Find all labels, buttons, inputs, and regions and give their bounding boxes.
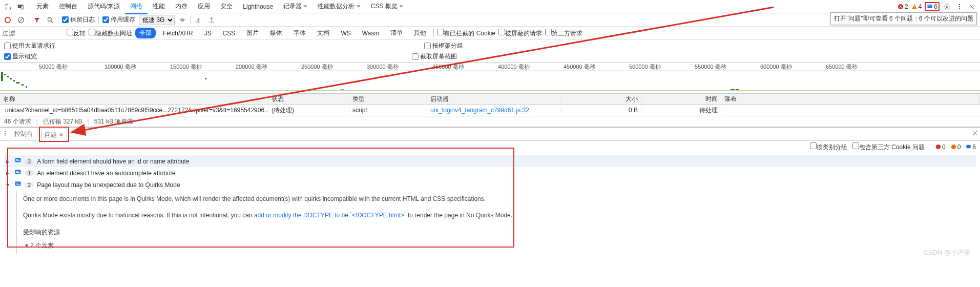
svg-point-7 xyxy=(946,6,948,8)
doctype-help-link[interactable]: add or modify the DOCTYPE to be `<!DOCTY… xyxy=(254,212,406,219)
filter-input[interactable] xyxy=(2,29,64,37)
request-status: (待处理) xyxy=(268,106,349,115)
record-button[interactable] xyxy=(2,14,13,26)
more-icon[interactable] xyxy=(953,1,966,13)
filter-type-all[interactable]: 全部 xyxy=(135,28,156,38)
tab-css-overview[interactable]: CSS 概览 xyxy=(366,0,408,13)
tab-network[interactable]: 网络 xyxy=(125,0,148,14)
filter-type-img[interactable]: 图片 xyxy=(242,28,263,38)
issues-panel: ▸ 3 A form field element should have an … xyxy=(0,153,980,262)
network-conditions-icon[interactable] xyxy=(177,14,188,26)
header-name[interactable]: 名称 xyxy=(0,95,268,104)
close-devtools-icon[interactable] xyxy=(966,1,978,13)
expand-arrow-icon[interactable]: ▸ xyxy=(6,158,11,165)
issue-row[interactable]: ▸ 3 A form field element should have an … xyxy=(4,155,976,167)
filter-type-doc[interactable]: 文档 xyxy=(313,28,333,38)
issue-row[interactable]: ▸ 1 An element doesn't have an autocompl… xyxy=(4,167,976,179)
tab-application[interactable]: 应用 xyxy=(193,0,215,13)
clear-button[interactable] xyxy=(15,14,27,26)
import-har-icon[interactable] xyxy=(193,14,204,26)
filter-type-css[interactable]: CSS xyxy=(219,29,240,38)
export-har-icon[interactable] xyxy=(206,14,217,26)
filter-type-fetch[interactable]: Fetch/XHR xyxy=(159,29,197,38)
issues-info-count: 6 xyxy=(966,144,976,151)
throttle-select[interactable]: 低速 3G xyxy=(139,15,175,25)
drawer-close-icon[interactable] xyxy=(972,130,978,138)
filter-icon[interactable] xyxy=(31,14,43,26)
network-overview-timeline[interactable]: 50000 毫秒 100000 毫秒 150000 毫秒 200000 毫秒 2… xyxy=(0,63,980,93)
filter-type-js[interactable]: JS xyxy=(200,29,216,38)
disable-cache-checkbox[interactable]: 停用缓存 xyxy=(102,15,135,24)
issues-toolbar: 按类别分组 包含第三方 Cookie 问题 0 0 6 xyxy=(0,141,980,153)
header-waterfall[interactable]: 瀑布 xyxy=(721,95,980,104)
warning-count-badge[interactable]: 4 xyxy=(911,3,922,10)
filter-type-manifest[interactable]: 清单 xyxy=(386,28,407,38)
tick-label: 300000 毫秒 xyxy=(367,63,399,71)
tab-security[interactable]: 安全 xyxy=(215,0,238,13)
issues-count-badge[interactable]: 6 xyxy=(925,2,940,11)
tick-label: 500000 毫秒 xyxy=(629,63,661,71)
drawer-tab-issues[interactable]: 问题✕ xyxy=(41,129,67,141)
issues-tooltip: 打开"问题"即可查看 6 个问题：6 个可以改进的问题 xyxy=(830,12,977,25)
filter-type-ws[interactable]: WS xyxy=(337,29,355,38)
header-time[interactable]: 时间 xyxy=(641,95,721,104)
blocked-cookies-checkbox[interactable]: 有已拦截的 Cookie xyxy=(437,29,495,38)
header-initiator[interactable]: 启动器 xyxy=(427,95,561,104)
tab-perf-insights[interactable]: 性能数据分析 xyxy=(312,0,365,13)
show-overview-checkbox[interactable]: 显示概览 xyxy=(4,52,37,61)
inspect-icon[interactable] xyxy=(2,1,14,13)
device-icon[interactable] xyxy=(14,1,27,13)
divider xyxy=(29,16,29,24)
issue-count: 2 xyxy=(25,182,34,188)
tab-recorder[interactable]: 记录器 xyxy=(278,0,312,13)
info-icon xyxy=(14,180,22,189)
annotation-box-tab: 问题✕ xyxy=(39,127,69,142)
tab-lighthouse[interactable]: Lighthouse xyxy=(238,1,278,13)
drawer-more-icon[interactable] xyxy=(2,130,8,138)
tab-performance[interactable]: 性能 xyxy=(148,0,170,13)
request-initiator[interactable]: uni_loginv4_tangram_c799d61.js:32 xyxy=(427,107,561,114)
svg-rect-0 xyxy=(21,6,23,9)
third-party-checkbox[interactable]: 第三方请求 xyxy=(545,29,582,38)
filter-type-font[interactable]: 字体 xyxy=(289,28,310,38)
tab-console[interactable]: 控制台 xyxy=(54,0,82,13)
tab-memory[interactable]: 内存 xyxy=(170,0,193,13)
issue-count: 1 xyxy=(25,170,34,176)
issue-title: A form field element should have an id o… xyxy=(37,158,190,165)
tab-elements[interactable]: 元素 xyxy=(31,0,54,13)
screenshots-checkbox[interactable]: 截取屏幕截图 xyxy=(412,52,457,61)
expand-arrow-icon[interactable]: ▸ xyxy=(6,170,11,177)
svg-rect-3 xyxy=(914,8,914,8)
close-tab-icon[interactable]: ✕ xyxy=(59,132,64,138)
preserve-log-checkbox[interactable]: 保留日志 xyxy=(62,15,95,24)
include-third-party-cookie-checkbox[interactable]: 包含第三方 Cookie 问题 xyxy=(852,142,925,152)
search-icon[interactable] xyxy=(45,14,56,26)
group-by-frame-checkbox[interactable]: 按框架分组 xyxy=(424,42,463,50)
filter-type-other[interactable]: 其他 xyxy=(410,28,430,38)
header-status[interactable]: 状态 xyxy=(268,95,349,104)
svg-point-22 xyxy=(936,145,941,149)
filter-type-media[interactable]: 媒体 xyxy=(266,28,286,38)
issue-row[interactable]: ▾ 2 Page layout may be unexpected due to… xyxy=(4,179,976,191)
request-count: 46 个请求 xyxy=(4,117,31,126)
affected-elements-row[interactable]: ▾2 个元素 xyxy=(25,240,976,252)
table-row[interactable]: unicast?channel_id=b8651f5a04dbaa0511c78… xyxy=(0,105,980,116)
big-rows-checkbox[interactable]: 使用大量请求行 xyxy=(4,42,55,50)
filter-type-wasm[interactable]: Wasm xyxy=(358,29,384,38)
invert-checkbox[interactable]: 反转 xyxy=(67,29,86,38)
tick-label: 350000 毫秒 xyxy=(432,63,464,71)
divider xyxy=(58,16,58,24)
error-count-badge[interactable]: 2 xyxy=(898,3,908,10)
hide-data-urls-checkbox[interactable]: 隐藏数据网址 xyxy=(89,29,132,38)
header-size[interactable]: 大小 xyxy=(561,95,641,104)
blocked-requests-checkbox[interactable]: 被屏蔽的请求 xyxy=(498,29,542,38)
header-type[interactable]: 类型 xyxy=(349,95,427,104)
collapse-arrow-icon[interactable]: ▾ xyxy=(6,181,11,189)
issues-error-count: 0 xyxy=(935,144,946,151)
group-by-category-checkbox[interactable]: 按类别分组 xyxy=(810,142,847,152)
settings-icon[interactable] xyxy=(941,1,953,13)
drawer-tabs: 控制台 问题✕ xyxy=(0,128,980,141)
svg-point-19 xyxy=(5,131,6,132)
drawer-tab-console[interactable]: 控制台 xyxy=(9,128,38,140)
tab-sources[interactable]: 源代码/来源 xyxy=(82,0,125,13)
